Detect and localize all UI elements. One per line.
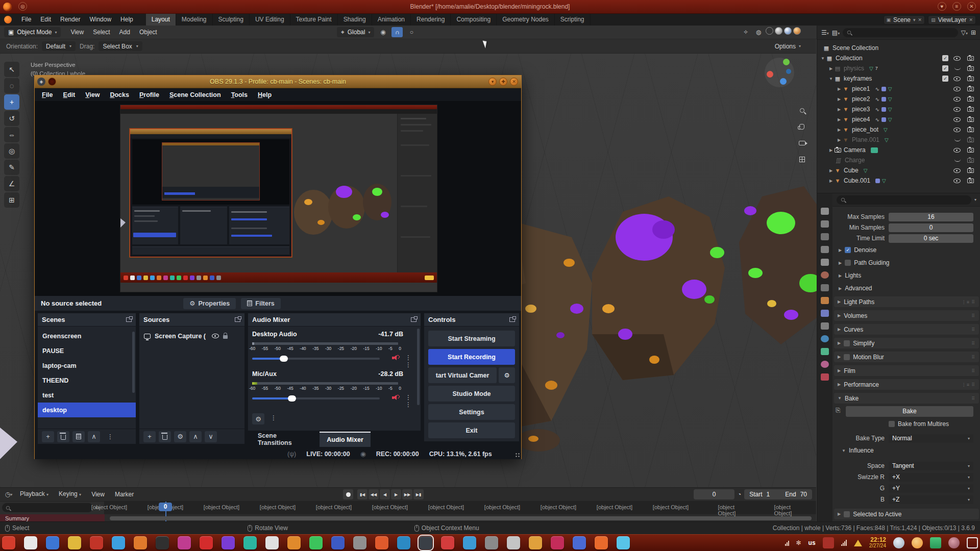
collapse-arrow-icon[interactable]: ▶ (837, 97, 842, 102)
add-source-button[interactable]: + (143, 431, 156, 442)
collapse-arrow-icon[interactable]: ▶ (837, 107, 842, 112)
checkbox-icon[interactable] (844, 354, 850, 360)
snap-magnet-icon[interactable]: ∩ (391, 27, 403, 37)
start-virtual-camera-button[interactable]: tart Virtual Camer (428, 367, 497, 383)
taskbar-app-icon[interactable] (287, 536, 301, 549)
obs-maximize-button[interactable]: ✚ (499, 78, 507, 86)
advanced-subsection[interactable]: ▶Advanced (839, 285, 872, 292)
summary-channel[interactable]: Summary (0, 514, 105, 522)
hide-eye-toggle[interactable] (953, 148, 961, 153)
obs-menu-item[interactable]: Edit (58, 88, 81, 102)
swizzle-r-dropdown[interactable]: +X▾ (889, 473, 973, 482)
obs-rollup-button[interactable]: ▾ (488, 78, 497, 86)
source-filters-button[interactable]: Filters (241, 298, 281, 309)
tool-button[interactable]: ◎ (4, 143, 19, 159)
workspace-tab[interactable]: Geometry Nodes (497, 14, 555, 26)
bake-type-dropdown[interactable]: Normal▾ (889, 434, 973, 443)
outliner-row[interactable]: ▶ ▼ Cube.001 ▽ (817, 176, 980, 186)
time-limit-field[interactable]: 0 sec (889, 234, 973, 243)
tool-button[interactable]: ✎ (4, 160, 19, 175)
keying-menu[interactable]: Keying ▾ (54, 488, 86, 500)
clock[interactable]: 22:12 2/27/24 (869, 537, 886, 549)
bluetooth-icon[interactable]: ✻ (796, 539, 801, 546)
taskbar-app-icon[interactable] (24, 536, 37, 549)
obs-menu-item[interactable]: Profile (134, 88, 164, 102)
collection-checkbox[interactable]: ✓ (942, 55, 948, 61)
expand-arrow-icon[interactable]: ▼ (820, 56, 825, 61)
viewlayer-tab-icon[interactable] (821, 246, 829, 253)
menubar-item[interactable]: Render (56, 14, 85, 26)
modifier-tab-icon[interactable] (821, 310, 829, 317)
hide-eye-toggle[interactable] (953, 87, 961, 91)
taskbar-app-icon[interactable] (200, 536, 213, 549)
window-minimize-button[interactable]: ♥ (938, 2, 946, 11)
popout-dock-icon[interactable] (235, 317, 240, 322)
transport-button[interactable]: ▶ (391, 489, 401, 499)
orientation-value-dropdown[interactable]: Default ▾ (42, 41, 76, 51)
drag-value-dropdown[interactable]: Select Box ▾ (99, 41, 142, 51)
outliner-row[interactable]: ▶ ▼ Plane.001 ▽ (817, 135, 980, 145)
remove-source-button[interactable] (159, 431, 171, 442)
transport-button[interactable]: ◀◀ (369, 489, 379, 499)
axis-x-handle[interactable] (767, 71, 773, 78)
workspace-tab[interactable]: Animation (372, 14, 411, 26)
hide-eye-toggle[interactable] (953, 128, 961, 132)
tool-button[interactable]: ∠ (4, 176, 19, 191)
collapse-arrow-icon[interactable]: ▶ (837, 117, 842, 122)
scenes-scrollbar[interactable] (132, 332, 135, 393)
checkbox-icon[interactable] (845, 260, 851, 266)
obs-window[interactable]: ◈ OBS 29.1.3 - Profile: cb-main - Scenes… (34, 75, 522, 459)
scene-item[interactable]: THEEND (38, 373, 136, 388)
new-collection-icon[interactable]: ⊞ (971, 29, 976, 36)
hide-eye-toggle[interactable] (954, 67, 961, 70)
tool-tab-icon[interactable] (821, 208, 829, 215)
viewport-menu-item[interactable]: Add (115, 27, 135, 38)
source-item[interactable]: Screen Capture ( (139, 329, 244, 343)
remove-scene-button[interactable] (57, 431, 69, 442)
taskbar-app-icon[interactable] (485, 536, 498, 549)
min-samples-field[interactable]: 0 (889, 223, 973, 232)
taskbar-app-icon[interactable] (573, 536, 586, 549)
expand-arrow-icon[interactable]: ▼ (828, 77, 834, 81)
viewport-navigation-gizmo[interactable] (765, 58, 794, 87)
wireframe-shading-icon[interactable] (766, 27, 773, 35)
swizzle-g-dropdown[interactable]: +Y▾ (889, 484, 973, 493)
transport-button[interactable]: ▮◀ (357, 489, 368, 499)
taskbar-app-icon[interactable] (309, 536, 323, 549)
checkbox-icon[interactable] (844, 340, 850, 346)
space-dropdown[interactable]: Tangent▾ (889, 462, 973, 470)
max-samples-field[interactable]: 16 (889, 213, 973, 221)
popout-dock-icon[interactable] (509, 317, 515, 322)
menubar-item[interactable]: File (17, 14, 36, 26)
close-icon[interactable]: ✕ (969, 17, 973, 22)
workspace-tab[interactable]: Texture Paint (290, 14, 338, 26)
menubar-item[interactable]: Help (116, 14, 138, 26)
lights-subsection[interactable]: ▶Lights (839, 272, 861, 279)
marker-menu[interactable]: Marker (110, 489, 138, 500)
hide-eye-toggle[interactable] (954, 139, 961, 141)
obs-program-preview[interactable] (35, 102, 521, 295)
render-camera-toggle[interactable] (967, 128, 974, 132)
auto-keyframe-clock-icon[interactable]: ◔ (738, 491, 741, 498)
taskbar-app-icon[interactable] (375, 536, 388, 549)
material-tab-icon[interactable] (821, 361, 829, 368)
playhead-current-frame[interactable]: 0 (159, 503, 172, 511)
mixer-scrollbar[interactable] (417, 329, 420, 405)
workspace-tab[interactable]: Sculpting (213, 14, 250, 26)
taskbar-app-icon[interactable] (2, 536, 15, 549)
viewport-ortho-icon[interactable] (796, 154, 807, 165)
film-section[interactable]: ▶Film⠿ (834, 365, 979, 376)
rendered-shading-icon[interactable] (793, 27, 801, 35)
obs-menu-item[interactable]: Docks (105, 88, 134, 102)
taskbar-app-icon[interactable] (156, 536, 169, 549)
mixer-menu-kebab[interactable]: ⋮ (271, 414, 277, 421)
outliner-search-input[interactable] (843, 28, 958, 37)
proportional-editing-icon[interactable]: ○ (406, 27, 417, 37)
collection-checkbox[interactable]: ✓ (942, 65, 948, 71)
simplify-section[interactable]: ▶ Simplify⠿ (834, 338, 979, 348)
hide-eye-toggle[interactable] (953, 168, 961, 173)
tab-scene-transitions[interactable]: Scene Transitions (251, 432, 316, 447)
blender-logo-icon[interactable] (4, 16, 12, 23)
outliner-row[interactable]: ▶ ▼ piece_bot ▽ (817, 124, 980, 135)
mute-speaker-icon[interactable] (392, 395, 399, 401)
